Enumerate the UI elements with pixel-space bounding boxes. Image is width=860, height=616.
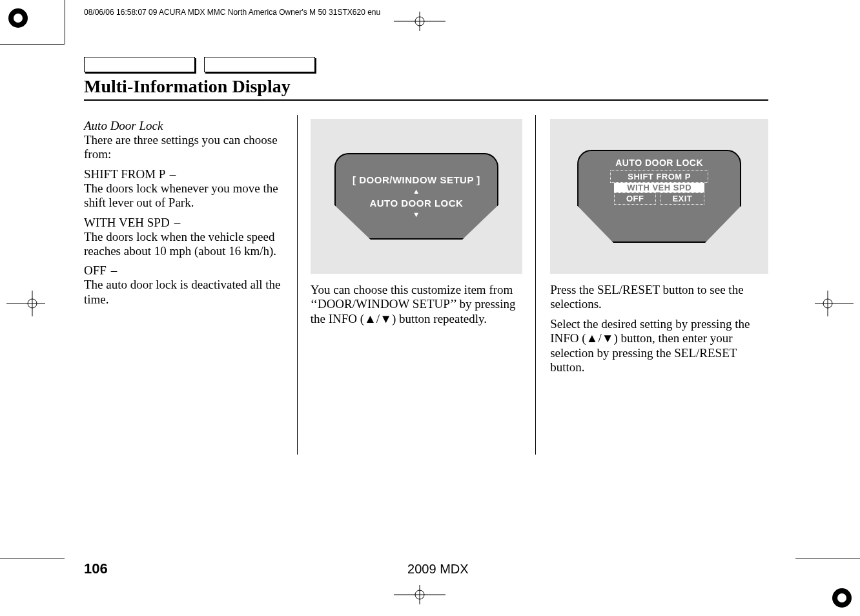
- svg-point-15: [823, 299, 832, 308]
- mid-menu-item: EXIT: [660, 192, 704, 205]
- svg-point-1: [14, 14, 23, 23]
- mid-menu-row: OFF EXIT: [614, 192, 704, 205]
- option-desc: The doors lock whenever you move the shi…: [84, 181, 284, 210]
- topic-subhead: Auto Door Lock: [84, 119, 284, 133]
- column-3: AUTO DOOR LOCK SHIFT FROM P WITH VEH SPD…: [536, 115, 768, 455]
- crop-mark: [795, 559, 860, 559]
- option-heading: WITH VEH SPD –: [84, 216, 284, 230]
- option-heading: OFF –: [84, 263, 284, 278]
- dash-icon: –: [110, 263, 119, 278]
- mid-screen: AUTO DOOR LOCK SHIFT FROM P WITH VEH SPD…: [577, 150, 741, 243]
- column-1: Auto Door Lock There are three settings …: [84, 115, 297, 455]
- columns: Auto Door Lock There are three settings …: [84, 115, 768, 455]
- crosshair-icon: [394, 12, 445, 31]
- option-desc: The auto door lock is deactivated all th…: [84, 278, 284, 307]
- option-name: SHIFT FROM P: [84, 167, 165, 181]
- tab-box: [204, 57, 315, 72]
- svg-point-12: [28, 299, 37, 308]
- crosshair-icon: [394, 585, 445, 604]
- column-2: [ DOOR/WINDOW SETUP ] ▲ AUTO DOOR LOCK ▼…: [297, 115, 536, 455]
- mid-title: AUTO DOOR LOCK: [615, 158, 703, 168]
- crosshair-icon: [815, 291, 854, 316]
- footer-model: 2009 MDX: [108, 562, 768, 577]
- manual-page: { "meta": { "header_line": "08/06/06 16:…: [0, 0, 860, 616]
- triangle-down-icon: ▼: [413, 211, 420, 218]
- tab-box: [84, 57, 195, 72]
- mid-illustration: AUTO DOOR LOCK SHIFT FROM P WITH VEH SPD…: [550, 119, 768, 274]
- registration-mark-icon: [830, 586, 854, 610]
- mid-illustration: [ DOOR/WINDOW SETUP ] ▲ AUTO DOOR LOCK ▼: [311, 119, 522, 274]
- crosshair-icon: [6, 291, 45, 316]
- svg-point-3: [837, 593, 846, 602]
- mid-screen: [ DOOR/WINDOW SETUP ] ▲ AUTO DOOR LOCK ▼: [334, 153, 498, 240]
- page-content: Multi-Information Display Auto Door Lock…: [84, 57, 768, 455]
- page-number: 106: [84, 560, 108, 577]
- header-meta-line: 08/06/06 16:58:07 09 ACURA MDX MMC North…: [84, 8, 380, 17]
- svg-point-0: [8, 8, 28, 28]
- tab-row: [84, 57, 768, 72]
- option-name: OFF: [84, 263, 107, 277]
- mid-line: [ DOOR/WINDOW SETUP ]: [353, 174, 480, 185]
- mid-menu-item: OFF: [614, 192, 657, 205]
- option-name: WITH VEH SPD: [84, 216, 170, 229]
- crop-mark: [0, 559, 65, 559]
- svg-point-2: [832, 588, 852, 608]
- option-heading: SHIFT FROM P –: [84, 167, 284, 181]
- svg-point-9: [415, 590, 424, 599]
- mid-menu-item: SHIFT FROM P: [610, 170, 708, 183]
- dash-icon: –: [172, 216, 181, 230]
- triangle-up-icon: ▲: [413, 188, 420, 195]
- divider: [84, 99, 768, 101]
- registration-mark-icon: [6, 6, 30, 30]
- column-text: Press the SEL/RESET button to see the se…: [550, 283, 768, 312]
- page-footer: 106 2009 MDX: [84, 560, 768, 577]
- dash-icon: –: [168, 167, 177, 181]
- mid-menu-item-selected: WITH VEH SPD: [614, 183, 704, 192]
- crop-mark: [65, 0, 65, 44]
- intro-text: There are three settings you can choose …: [84, 133, 284, 162]
- section-title: Multi-Information Display: [84, 76, 768, 97]
- column-text: Select the desired setting by pressing t…: [550, 317, 768, 375]
- crop-mark: [0, 44, 65, 45]
- svg-point-6: [415, 17, 424, 26]
- option-desc: The doors lock when the vehicle speed re…: [84, 230, 284, 259]
- mid-line: AUTO DOOR LOCK: [369, 198, 463, 209]
- column-text: You can choose this customize item from …: [311, 283, 522, 326]
